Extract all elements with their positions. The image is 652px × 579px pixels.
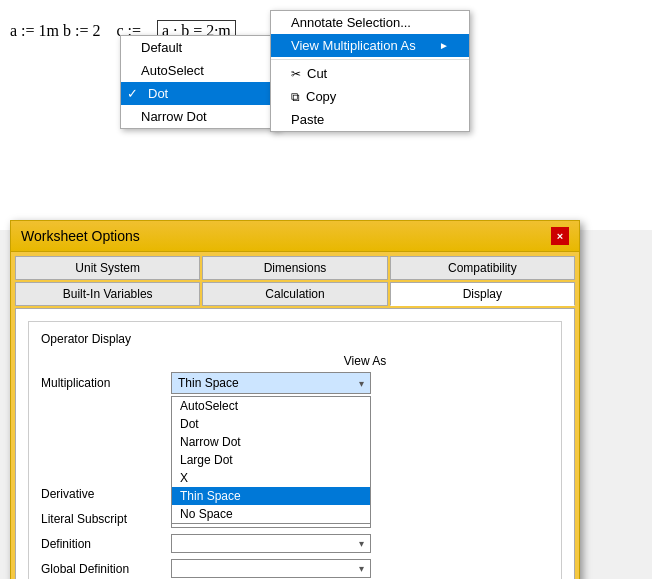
worksheet-options-dialog: Worksheet Options × Unit System Dimensio…: [10, 220, 580, 579]
context-menu: Annotate Selection... View Multiplicatio…: [270, 10, 470, 132]
derivative-label: Derivative: [41, 487, 171, 501]
copy-item[interactable]: ⧉ Copy: [271, 85, 469, 108]
menu-separator: [271, 59, 469, 60]
submenu-narrow-dot[interactable]: Narrow Dot: [121, 105, 279, 128]
global-definition-label: Global Definition: [41, 562, 171, 576]
multiplication-value: Thin Space: [178, 376, 239, 390]
dialog-close-button[interactable]: ×: [551, 227, 569, 245]
literal-subscript-label: Literal Subscript: [41, 512, 171, 526]
submenu-default[interactable]: Default: [121, 36, 279, 59]
option-thin-space[interactable]: Thin Space: [172, 487, 370, 505]
paste-item[interactable]: Paste: [271, 108, 469, 131]
option-no-space[interactable]: No Space: [172, 505, 370, 523]
submenu-narrow-dot-label: Narrow Dot: [141, 109, 207, 124]
annotate-selection-item[interactable]: Annotate Selection...: [271, 11, 469, 34]
submenu-autoselect[interactable]: AutoSelect: [121, 59, 279, 82]
option-dot[interactable]: Dot: [172, 415, 370, 433]
submenu-autoselect-label: AutoSelect: [141, 63, 204, 78]
dialog-title: Worksheet Options: [21, 228, 140, 244]
global-definition-dropdown[interactable]: ▾: [171, 559, 371, 578]
multiplication-row: Multiplication Thin Space ▾ AutoSelect D…: [41, 372, 549, 394]
left-submenu: Default AutoSelect Dot Narrow Dot: [120, 35, 280, 129]
definition-arrow-icon: ▾: [359, 538, 364, 549]
dropdown-arrow-icon: ▾: [359, 378, 364, 389]
definition-dropdown[interactable]: ▾: [171, 534, 371, 553]
tab-builtin-variables[interactable]: Built-In Variables: [15, 282, 200, 306]
option-narrow-dot[interactable]: Narrow Dot: [172, 433, 370, 451]
expr-a: a := 1m b := 2: [10, 22, 100, 40]
view-as-header: View As: [181, 354, 549, 368]
cut-item[interactable]: ✂ Cut: [271, 62, 469, 85]
annotate-label: Annotate Selection...: [291, 15, 411, 30]
submenu-dot[interactable]: Dot: [121, 82, 279, 105]
option-x[interactable]: X: [172, 469, 370, 487]
global-definition-row: Global Definition ▾: [41, 559, 549, 578]
dialog-titlebar: Worksheet Options ×: [11, 221, 579, 252]
submenu-arrow-icon: ►: [439, 40, 449, 51]
definition-row: Definition ▾: [41, 534, 549, 553]
scissors-icon: ✂: [291, 67, 301, 81]
cut-label: Cut: [307, 66, 327, 81]
paste-label: Paste: [291, 112, 324, 127]
tab-display[interactable]: Display: [390, 282, 575, 306]
dialog-body: Operator Display View As Multiplication …: [15, 308, 575, 579]
option-autoselect[interactable]: AutoSelect: [172, 397, 370, 415]
view-multiplication-item[interactable]: View Multiplication As ►: [271, 34, 469, 57]
multiplication-dropdown-list: AutoSelect Dot Narrow Dot Large Dot X Th…: [171, 396, 371, 524]
dialog-tabs-row2: Built-In Variables Calculation Display: [11, 280, 579, 306]
multiplication-dropdown[interactable]: Thin Space ▾: [171, 372, 371, 394]
operator-display-title: Operator Display: [41, 332, 549, 346]
tab-compatibility[interactable]: Compatibility: [390, 256, 575, 280]
global-definition-arrow-icon: ▾: [359, 563, 364, 574]
dialog-tabs-row1: Unit System Dimensions Compatibility: [11, 252, 579, 280]
definition-label: Definition: [41, 537, 171, 551]
tab-dimensions[interactable]: Dimensions: [202, 256, 387, 280]
copy-label: Copy: [306, 89, 336, 104]
option-large-dot[interactable]: Large Dot: [172, 451, 370, 469]
submenu-dot-label: Dot: [148, 86, 168, 101]
tab-calculation[interactable]: Calculation: [202, 282, 387, 306]
copy-icon: ⧉: [291, 90, 300, 104]
operator-display-section: Operator Display View As Multiplication …: [28, 321, 562, 579]
tab-unit-system[interactable]: Unit System: [15, 256, 200, 280]
submenu-default-label: Default: [141, 40, 182, 55]
view-mult-label: View Multiplication As: [291, 38, 416, 53]
multiplication-label: Multiplication: [41, 376, 171, 390]
